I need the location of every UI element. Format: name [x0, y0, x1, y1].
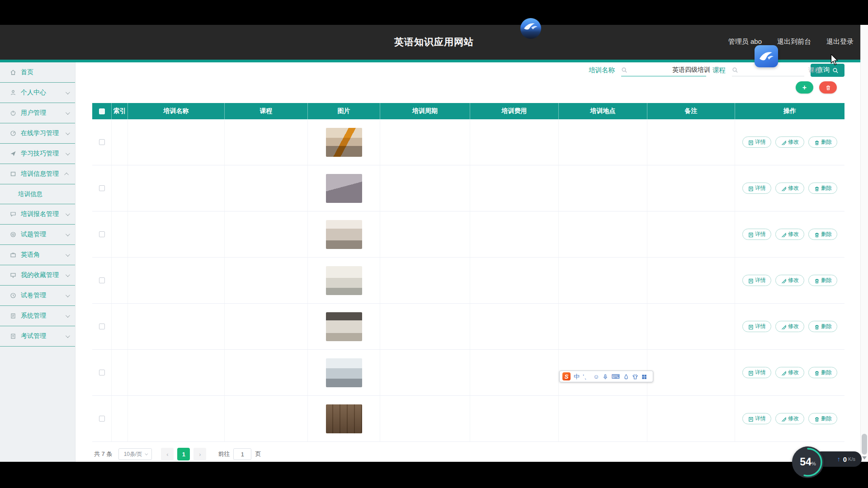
delete-button[interactable]: 删除: [808, 275, 837, 286]
ime-mic-icon[interactable]: [602, 374, 608, 380]
page-size-select[interactable]: 10条/页: [118, 448, 152, 460]
delete-button[interactable]: 删除: [808, 229, 837, 240]
exit-to-front-link[interactable]: 退出到前台: [777, 38, 811, 46]
select-all-checkbox[interactable]: [99, 108, 105, 114]
training-photo-5[interactable]: [326, 312, 362, 341]
cell-place: [559, 119, 647, 165]
row-checkbox[interactable]: [99, 185, 105, 191]
sidebar-item-user-mgmt[interactable]: 用户管理: [0, 103, 75, 123]
ime-skin-icon[interactable]: [632, 374, 638, 380]
admin-user-label[interactable]: 管理员 abo: [728, 38, 762, 46]
page-scrollbar[interactable]: [860, 25, 868, 462]
sidebar-item-training-info-mgmt[interactable]: 培训信息管理: [0, 164, 75, 184]
sidebar-item-english-corner[interactable]: 英语角: [0, 245, 75, 265]
ime-toolbox-icon[interactable]: [641, 374, 647, 380]
table-row: 详情修改删除: [92, 211, 844, 258]
clear-input-icon[interactable]: ✕: [713, 66, 720, 73]
column-header: 培训名称: [128, 103, 225, 119]
search-course-input[interactable]: [738, 66, 822, 74]
ime-punct-icon[interactable]: ’、: [583, 374, 590, 380]
ime-handwrite-icon[interactable]: [623, 374, 629, 380]
detail-button[interactable]: 详情: [742, 275, 771, 286]
sidebar-item-online-study-mgmt[interactable]: 在线学习管理: [0, 123, 75, 144]
edit-button[interactable]: 修改: [775, 413, 804, 424]
search-name-input[interactable]: [627, 66, 711, 74]
delete-button[interactable]: 删除: [808, 183, 837, 194]
ime-keyboard-icon[interactable]: ⌨: [611, 374, 620, 380]
del-icon: [814, 370, 819, 375]
row-checkbox[interactable]: [99, 416, 105, 422]
sogou-logo-icon[interactable]: S: [562, 372, 571, 380]
training-photo-3[interactable]: [326, 220, 362, 249]
edit-button-label: 修改: [788, 277, 799, 284]
training-photo-7[interactable]: [326, 404, 362, 433]
cell-image: [308, 304, 380, 349]
detail-button[interactable]: 详情: [742, 321, 771, 332]
current-page-button[interactable]: 1: [177, 448, 190, 460]
sidebar-item-paper-mgmt[interactable]: 试卷管理: [0, 286, 75, 306]
row-checkbox[interactable]: [99, 324, 105, 329]
delete-button[interactable]: 删除: [808, 367, 837, 378]
sidebar-item-exam-mgmt[interactable]: 考试管理: [0, 326, 75, 347]
resource-gauge[interactable]: 54%: [792, 446, 824, 478]
search-icon: [832, 67, 838, 73]
row-checkbox[interactable]: [99, 370, 105, 375]
cell-place: [559, 304, 647, 349]
delete-button[interactable]: 删除: [808, 413, 837, 424]
detail-button[interactable]: 详情: [742, 367, 771, 378]
edit-button[interactable]: 修改: [775, 367, 804, 378]
batch-delete-button[interactable]: [819, 81, 837, 94]
row-checkbox[interactable]: [99, 231, 105, 237]
edit-icon: [781, 186, 786, 191]
logout-link[interactable]: 退出登录: [826, 38, 854, 46]
detail-button[interactable]: 详情: [742, 136, 771, 148]
training-photo-2[interactable]: [326, 174, 362, 203]
sidebar-item-profile[interactable]: 个人中心: [0, 83, 75, 103]
edit-button[interactable]: 修改: [775, 136, 804, 148]
training-photo-1[interactable]: [326, 128, 362, 157]
ime-mode-zh-icon[interactable]: 中: [574, 374, 580, 380]
sidebar-item-label: 试题管理: [21, 230, 66, 239]
row-checkbox[interactable]: [99, 139, 105, 145]
sidebar-subitem-training-info[interactable]: 培训信息: [0, 184, 75, 204]
detail-button[interactable]: 详情: [742, 183, 771, 194]
add-button[interactable]: +: [796, 81, 813, 94]
detail-button[interactable]: 详情: [742, 229, 771, 240]
training-photo-4[interactable]: [326, 266, 362, 295]
ime-emoji-icon[interactable]: ☺: [593, 374, 599, 380]
delete-button-label: 删除: [821, 277, 832, 284]
next-page-button[interactable]: ›: [193, 448, 206, 460]
sidebar-item-question-mgmt[interactable]: 试题管理: [0, 225, 75, 245]
sidebar-item-study-skill-mgmt[interactable]: 学习技巧管理: [0, 144, 75, 164]
table-toolbar: +: [796, 81, 837, 94]
delete-button[interactable]: 删除: [808, 136, 837, 148]
cell-note: [647, 258, 735, 303]
bottom-black-bar: [0, 462, 868, 488]
edit-button[interactable]: 修改: [775, 321, 804, 332]
monitor-icon: [10, 272, 17, 279]
cell-note: [647, 396, 735, 441]
row-select-cell: [92, 396, 112, 441]
detail-button[interactable]: 详情: [742, 413, 771, 424]
goto-page-input[interactable]: [233, 448, 251, 460]
sidebar-item-home[interactable]: 首页: [0, 62, 75, 83]
sidebar-item-favorites-mgmt[interactable]: 我的收藏管理: [0, 265, 75, 286]
training-photo-6[interactable]: [326, 358, 362, 387]
prev-page-button[interactable]: ‹: [161, 448, 174, 460]
row-checkbox[interactable]: [99, 277, 105, 283]
power-icon: [10, 110, 17, 117]
cell-fee: [470, 396, 559, 441]
target-icon: [10, 231, 17, 238]
gauge-percent-value: 54: [800, 456, 811, 468]
floating-app-logo[interactable]: [755, 45, 778, 67]
table-row: 详情修改删除: [92, 396, 844, 442]
sidebar-item-system-mgmt[interactable]: 系统管理: [0, 306, 75, 326]
edit-button[interactable]: 修改: [775, 229, 804, 240]
cell-actions: 详情修改删除: [735, 211, 844, 257]
sidebar-item-training-signup-mgmt[interactable]: 培训报名管理: [0, 204, 75, 225]
delete-button[interactable]: 删除: [808, 321, 837, 332]
edit-button[interactable]: 修改: [775, 183, 804, 194]
detail-button-label: 详情: [755, 415, 766, 422]
edit-button[interactable]: 修改: [775, 275, 804, 286]
row-select-cell: [92, 350, 112, 395]
